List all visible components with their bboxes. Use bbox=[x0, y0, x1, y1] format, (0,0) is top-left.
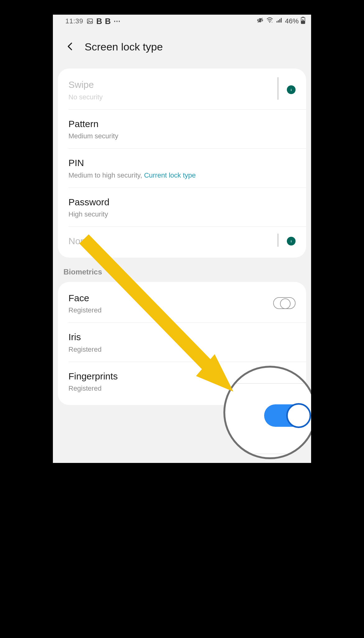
svg-rect-7 bbox=[279, 19, 280, 22]
svg-rect-8 bbox=[281, 18, 282, 23]
biometric-iris[interactable]: Iris Registered bbox=[58, 323, 306, 362]
lock-type-sub: No security bbox=[68, 93, 274, 101]
lock-type-none[interactable]: None i bbox=[58, 227, 306, 258]
svg-point-3 bbox=[269, 22, 270, 23]
lock-type-title: None bbox=[68, 235, 274, 248]
svg-text:+: + bbox=[271, 21, 273, 23]
lock-type-sub-prefix: Medium to high security, bbox=[68, 171, 144, 179]
lock-type-pin[interactable]: PIN Medium to high security, Current loc… bbox=[58, 149, 306, 188]
divider-vertical bbox=[278, 77, 278, 100]
biometric-face[interactable]: Face Registered bbox=[58, 282, 306, 323]
svg-rect-5 bbox=[277, 21, 278, 23]
cell-signal-icon bbox=[276, 17, 283, 26]
lock-type-swipe[interactable]: Swipe No security i bbox=[58, 69, 306, 109]
biometric-title: Face bbox=[68, 292, 273, 305]
vibrate-mode-icon bbox=[256, 17, 264, 26]
page-title: Screen lock type bbox=[85, 41, 163, 53]
current-lock-type-label: Current lock type bbox=[144, 171, 196, 179]
chevron-left-icon bbox=[65, 41, 75, 51]
lock-type-title: PIN bbox=[68, 157, 296, 169]
toggle-face[interactable] bbox=[273, 297, 296, 309]
biometric-sub: Registered bbox=[68, 345, 296, 354]
battery-percent: 46% bbox=[285, 17, 299, 25]
lock-type-title: Swipe bbox=[68, 79, 274, 91]
lock-type-sub: Medium to high security, Current lock ty… bbox=[68, 171, 296, 179]
svg-point-1 bbox=[88, 20, 89, 21]
status-time: 11:39 bbox=[65, 17, 83, 25]
battery-charging-icon bbox=[301, 17, 306, 26]
lock-types-card: Swipe No security i Pattern Medium secur… bbox=[58, 69, 306, 258]
toggle-knob-icon bbox=[286, 403, 311, 428]
more-notifications-icon: ⋯ bbox=[114, 17, 121, 25]
lock-type-title: Password bbox=[68, 196, 296, 209]
lock-type-password[interactable]: Password High security bbox=[58, 188, 306, 227]
divider-vertical bbox=[278, 234, 278, 247]
back-button[interactable] bbox=[65, 41, 75, 53]
svg-rect-6 bbox=[278, 20, 279, 22]
app-notification-b2-icon: B bbox=[105, 17, 110, 26]
lock-type-pattern[interactable]: Pattern Medium security bbox=[58, 110, 306, 149]
info-icon[interactable]: i bbox=[287, 85, 296, 94]
status-bar: 11:39 B B ⋯ + 46% bbox=[53, 15, 311, 28]
info-icon[interactable]: i bbox=[287, 237, 296, 245]
image-notification-icon bbox=[86, 18, 93, 25]
lock-type-title: Pattern bbox=[68, 118, 296, 131]
wifi-icon: + bbox=[266, 17, 274, 26]
biometric-sub: Registered bbox=[68, 306, 273, 314]
app-notification-b1-icon: B bbox=[96, 17, 102, 26]
lock-type-sub: High security bbox=[68, 210, 296, 218]
section-header-biometrics: Biometrics bbox=[53, 258, 311, 282]
annotation-magnifier bbox=[223, 366, 311, 459]
lock-type-sub: Medium security bbox=[68, 132, 296, 140]
biometric-title: Iris bbox=[68, 331, 296, 344]
svg-rect-10 bbox=[302, 17, 304, 18]
